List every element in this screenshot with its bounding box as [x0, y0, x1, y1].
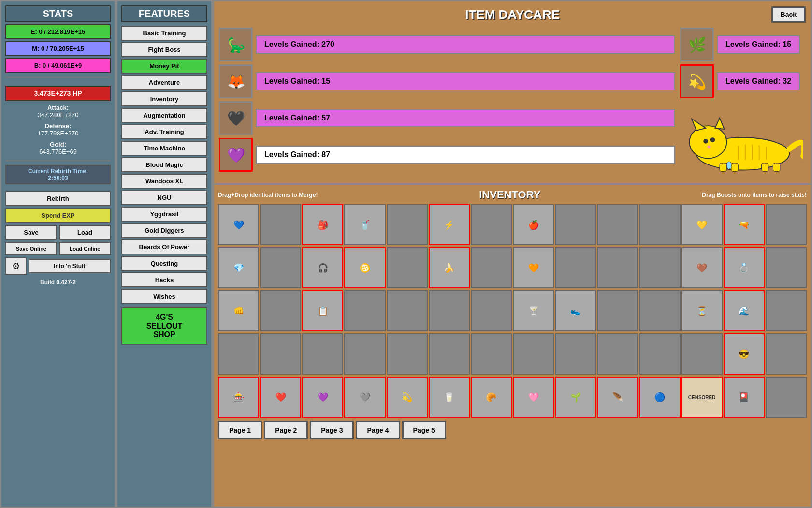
inv-cell-4-9[interactable] — [555, 333, 596, 374]
inv-cell-1-6[interactable]: ⚡ — [429, 204, 470, 245]
inv-cell-4-13[interactable]: 😎 — [724, 333, 765, 374]
daycare-item-6[interactable]: 💫 — [680, 64, 714, 98]
inv-bottom-13[interactable]: 🎴 — [724, 377, 765, 418]
inv-cell-4-12[interactable] — [682, 333, 723, 374]
inv-cell-2-12[interactable]: 🤎 — [682, 247, 723, 288]
inv-cell-2-4[interactable]: ♋ — [344, 247, 385, 288]
inv-cell-3-7[interactable] — [471, 290, 512, 331]
load-online-button[interactable]: Load Online — [59, 242, 111, 255]
inv-bottom-9[interactable]: 🌱 — [555, 377, 596, 418]
inv-cell-3-6[interactable] — [429, 290, 470, 331]
feature-basic-training[interactable]: Basic Training — [121, 26, 207, 41]
inv-cell-2-14[interactable] — [766, 247, 807, 288]
inv-cell-4-6[interactable] — [429, 333, 470, 374]
daycare-item-1[interactable]: 🦕 — [219, 28, 253, 61]
inv-bottom-14[interactable] — [766, 377, 807, 418]
gear-button[interactable]: ⚙ — [5, 257, 27, 275]
inv-cell-1-10[interactable] — [597, 204, 638, 245]
inv-cell-2-8[interactable]: 🧡 — [513, 247, 554, 288]
load-button[interactable]: Load — [59, 225, 111, 240]
inv-bottom-3[interactable]: 💜 — [302, 377, 343, 418]
inv-cell-4-8[interactable] — [513, 333, 554, 374]
inv-cell-3-5[interactable] — [387, 290, 428, 331]
inv-cell-1-14[interactable] — [766, 204, 807, 245]
inv-cell-4-3[interactable] — [302, 333, 343, 374]
inv-cell-3-11[interactable] — [639, 290, 680, 331]
inv-cell-2-5[interactable] — [387, 247, 428, 288]
feature-money-pit[interactable]: Money Pit — [121, 59, 207, 74]
inv-cell-3-1[interactable]: 👊 — [218, 290, 259, 331]
inv-cell-1-11[interactable] — [639, 204, 680, 245]
inv-cell-4-2[interactable] — [260, 333, 301, 374]
inv-cell-3-9[interactable]: 👟 — [555, 290, 596, 331]
inv-cell-1-13[interactable]: 🔫 — [724, 204, 765, 245]
feature-hacks[interactable]: Hacks — [121, 272, 207, 287]
inv-cell-1-9[interactable] — [555, 204, 596, 245]
info-button[interactable]: Info 'n Stuff — [29, 259, 111, 273]
inv-cell-4-10[interactable] — [597, 333, 638, 374]
feature-inventory[interactable]: Inventory — [121, 91, 207, 106]
feature-adventure[interactable]: Adventure — [121, 75, 207, 90]
feature-gold-diggers[interactable]: Gold Diggers — [121, 223, 207, 238]
feature-sellout-shop[interactable]: 4G'SSELLOUTSHOP — [121, 307, 207, 345]
inv-bottom-12[interactable]: CENSORED — [682, 377, 723, 418]
inv-cell-4-1[interactable] — [218, 333, 259, 374]
inv-cell-3-4[interactable] — [344, 290, 385, 331]
inv-cell-4-14[interactable] — [766, 333, 807, 374]
inv-cell-2-13[interactable]: 💍 — [724, 247, 765, 288]
page-4-button[interactable]: Page 4 — [356, 421, 400, 439]
daycare-item-3[interactable]: 🖤 — [219, 101, 253, 135]
inv-cell-1-12[interactable]: 💛 — [682, 204, 723, 245]
inv-cell-1-8[interactable]: 🍎 — [513, 204, 554, 245]
page-1-button[interactable]: Page 1 — [218, 421, 262, 439]
inv-cell-4-11[interactable] — [639, 333, 680, 374]
inv-cell-3-2[interactable] — [260, 290, 301, 331]
inv-bottom-2[interactable]: ❤️ — [260, 377, 301, 418]
inv-cell-3-3[interactable]: 📋 — [302, 290, 343, 331]
feature-yggdrasil[interactable]: Yggdrasil — [121, 207, 207, 222]
save-button[interactable]: Save — [5, 225, 57, 240]
inv-cell-2-7[interactable] — [471, 247, 512, 288]
inv-cell-2-3[interactable]: 🎧 — [302, 247, 343, 288]
inv-bottom-8[interactable]: 🩷 — [513, 377, 554, 418]
daycare-item-4[interactable]: 💜 — [219, 138, 253, 172]
inv-bottom-10[interactable]: 🪶 — [597, 377, 638, 418]
rebirth-button[interactable]: Rebirth — [5, 191, 111, 206]
inv-cell-1-4[interactable]: 🥤 — [344, 204, 385, 245]
page-3-button[interactable]: Page 3 — [310, 421, 354, 439]
inv-cell-1-1[interactable]: 💙 — [218, 204, 259, 245]
inv-cell-2-9[interactable] — [555, 247, 596, 288]
spend-exp-button[interactable]: Spend EXP — [5, 208, 111, 223]
feature-blood-magic[interactable]: Blood Magic — [121, 157, 207, 172]
inv-cell-2-6[interactable]: 🍌 — [429, 247, 470, 288]
inv-cell-2-1[interactable]: 💎 — [218, 247, 259, 288]
inv-bottom-4[interactable]: 🩶 — [344, 377, 385, 418]
save-online-button[interactable]: Save Online — [5, 242, 57, 255]
inv-cell-1-7[interactable] — [471, 204, 512, 245]
page-2-button[interactable]: Page 2 — [264, 421, 308, 439]
feature-wishes[interactable]: Wishes — [121, 289, 207, 304]
back-button[interactable]: Back — [771, 6, 806, 23]
inv-cell-1-5[interactable] — [387, 204, 428, 245]
inv-cell-1-3[interactable]: 🎒 — [302, 204, 343, 245]
inv-bottom-6[interactable]: 🥛 — [429, 377, 470, 418]
feature-wandoos-xl[interactable]: Wandoos XL — [121, 174, 207, 189]
inv-bottom-11[interactable]: 🔵 — [639, 377, 680, 418]
inv-cell-3-13[interactable]: 🌊 — [724, 290, 765, 331]
inv-cell-2-2[interactable] — [260, 247, 301, 288]
feature-adv-training[interactable]: Adv. Training — [121, 124, 207, 139]
inv-cell-3-12[interactable]: ⏳ — [682, 290, 723, 331]
inv-cell-4-5[interactable] — [387, 333, 428, 374]
inv-cell-4-4[interactable] — [344, 333, 385, 374]
inv-cell-3-10[interactable] — [597, 290, 638, 331]
inv-bottom-7[interactable]: 🥐 — [471, 377, 512, 418]
inv-cell-4-7[interactable] — [471, 333, 512, 374]
inv-bottom-1[interactable]: 🎰 — [218, 377, 259, 418]
daycare-item-2[interactable]: 🦊 — [219, 64, 253, 98]
inv-cell-3-8[interactable]: 🍸 — [513, 290, 554, 331]
feature-beards-of-power[interactable]: Beards Of Power — [121, 239, 207, 254]
feature-questing[interactable]: Questing — [121, 256, 207, 271]
feature-ngu[interactable]: NGU — [121, 190, 207, 205]
inv-cell-1-2[interactable] — [260, 204, 301, 245]
inv-cell-2-10[interactable] — [597, 247, 638, 288]
